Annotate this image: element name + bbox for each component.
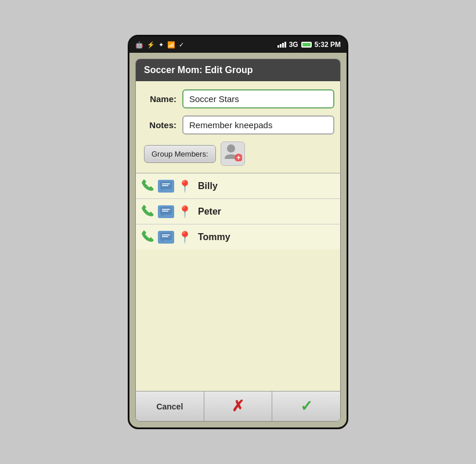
member-list: 📍 Billy: [136, 173, 340, 249]
member-row-peter[interactable]: 📍 Peter: [136, 199, 340, 224]
map-icon-billy: 📍: [178, 179, 192, 193]
phone-icon-tommy: [142, 229, 154, 245]
network-label: 3G: [289, 41, 298, 49]
usb-icon: ⚡: [147, 41, 155, 49]
message-icon-billy: [158, 180, 174, 193]
bluetooth-icon: ✦: [158, 41, 164, 49]
svg-marker-4: [160, 189, 165, 191]
member-name-tommy: Tommy: [198, 232, 230, 242]
member-row-tommy[interactable]: 📍 Tommy: [136, 224, 340, 249]
map-icon-tommy: 📍: [178, 230, 192, 244]
phone-screen: Soccer Mom: Edit Group Name: Notes: Gro: [129, 53, 347, 427]
notes-field-row: Notes:: [142, 115, 334, 135]
signal-bars: [277, 42, 286, 48]
svg-marker-12: [160, 240, 165, 242]
name-label: Name:: [142, 94, 176, 104]
confirm-button[interactable]: ✓: [272, 392, 340, 421]
svg-point-0: [227, 144, 235, 153]
name-input[interactable]: [182, 89, 334, 108]
status-right-info: 3G 5:32 PM: [277, 41, 341, 49]
message-icon-tommy: [158, 231, 174, 244]
phone-icon-billy: [142, 178, 154, 194]
group-members-button[interactable]: Group Members:: [144, 145, 216, 163]
status-left-icons: 🤖 ⚡ ✦ 📶 ✓: [135, 41, 184, 49]
notes-label: Notes:: [142, 120, 176, 130]
delete-button[interactable]: ✗: [204, 392, 273, 421]
phone-icon-peter: [142, 204, 154, 219]
cancel-button[interactable]: Cancel: [136, 392, 204, 421]
phone-device: 🤖 ⚡ ✦ 📶 ✓ 3G 5:32 PM Soccer Mom: Edit Gr…: [128, 35, 348, 429]
map-icon-peter: 📍: [178, 205, 192, 219]
member-row-billy[interactable]: 📍 Billy: [136, 173, 340, 199]
group-members-row: Group Members: +: [142, 142, 334, 166]
svg-text:+: +: [236, 154, 240, 161]
edit-group-dialog: Soccer Mom: Edit Group Name: Notes: Gro: [135, 59, 341, 422]
svg-marker-8: [160, 215, 165, 216]
person-add-icon: +: [223, 143, 242, 165]
dialog-footer: Cancel ✗ ✓: [136, 391, 340, 421]
x-icon: ✗: [232, 397, 244, 415]
dialog-body: Name: Notes: Group Members:: [136, 81, 340, 391]
member-name-peter: Peter: [198, 206, 221, 217]
message-icon-peter: [158, 205, 174, 218]
wifi-icon: 📶: [167, 41, 175, 49]
member-name-billy: Billy: [198, 181, 218, 191]
notes-input[interactable]: [182, 115, 334, 135]
name-field-row: Name:: [142, 89, 334, 108]
check-icon: ✓: [179, 41, 184, 49]
dialog-title: Soccer Mom: Edit Group: [136, 59, 340, 81]
add-contact-button[interactable]: +: [221, 142, 245, 166]
status-bar: 🤖 ⚡ ✦ 📶 ✓ 3G 5:32 PM: [129, 37, 347, 53]
battery-icon: [301, 42, 312, 48]
time-label: 5:32 PM: [315, 41, 341, 49]
android-icon: 🤖: [135, 41, 143, 49]
check-mark-icon: ✓: [300, 397, 313, 415]
